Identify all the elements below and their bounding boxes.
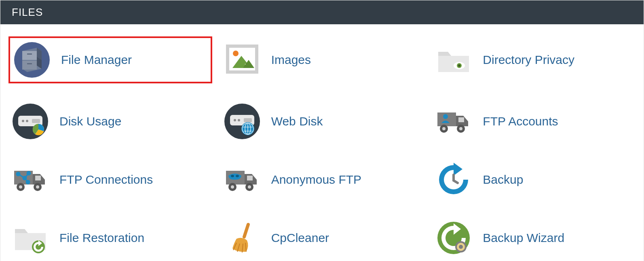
item-label: FTP Accounts xyxy=(483,115,558,128)
panel-body: File ManagerImagesDirectory PrivacyDisk … xyxy=(0,24,644,261)
backup-wizard-icon xyxy=(436,220,471,256)
ftp-connections-icon xyxy=(13,162,48,197)
item-anonymous-ftp[interactable]: Anonymous FTP xyxy=(220,159,424,200)
directory-privacy-icon xyxy=(436,42,471,78)
item-label: Backup Wizard xyxy=(483,231,564,245)
item-ftp-accounts[interactable]: FTP Accounts xyxy=(432,101,636,142)
file-manager-icon xyxy=(14,42,50,78)
item-web-disk[interactable]: Web Disk xyxy=(220,101,424,142)
anonymous-ftp-icon xyxy=(224,162,260,197)
item-label: FTP Connections xyxy=(59,173,153,187)
item-disk-usage[interactable]: Disk Usage xyxy=(8,101,212,142)
images-icon xyxy=(224,42,260,78)
item-label: File Restoration xyxy=(59,231,144,245)
item-ftp-connections[interactable]: FTP Connections xyxy=(8,159,212,200)
item-label: Directory Privacy xyxy=(483,53,574,67)
item-label: CpCleaner xyxy=(271,231,329,245)
item-images[interactable]: Images xyxy=(220,36,424,83)
item-file-manager[interactable]: File Manager xyxy=(8,36,212,83)
items-grid: File ManagerImagesDirectory PrivacyDisk … xyxy=(8,36,636,258)
item-label: Disk Usage xyxy=(59,115,121,128)
item-backup[interactable]: Backup xyxy=(432,159,636,200)
panel-title: FILES xyxy=(0,0,644,24)
item-cpcleaner[interactable]: CpCleaner xyxy=(220,218,424,258)
item-label: Images xyxy=(271,53,311,67)
files-panel: FILES File ManagerImagesDirectory Privac… xyxy=(0,0,644,261)
item-file-restoration[interactable]: File Restoration xyxy=(8,218,212,258)
item-label: Backup xyxy=(483,173,523,187)
item-label: File Manager xyxy=(61,53,132,67)
disk-usage-icon xyxy=(13,104,48,139)
web-disk-icon xyxy=(224,104,260,139)
item-label: Web Disk xyxy=(271,115,323,128)
backup-icon xyxy=(436,162,471,197)
item-label: Anonymous FTP xyxy=(271,173,361,187)
item-directory-privacy[interactable]: Directory Privacy xyxy=(432,36,636,83)
cpcleaner-icon xyxy=(224,220,260,256)
item-backup-wizard[interactable]: Backup Wizard xyxy=(432,218,636,258)
file-restoration-icon xyxy=(13,220,48,256)
ftp-accounts-icon xyxy=(436,104,471,139)
